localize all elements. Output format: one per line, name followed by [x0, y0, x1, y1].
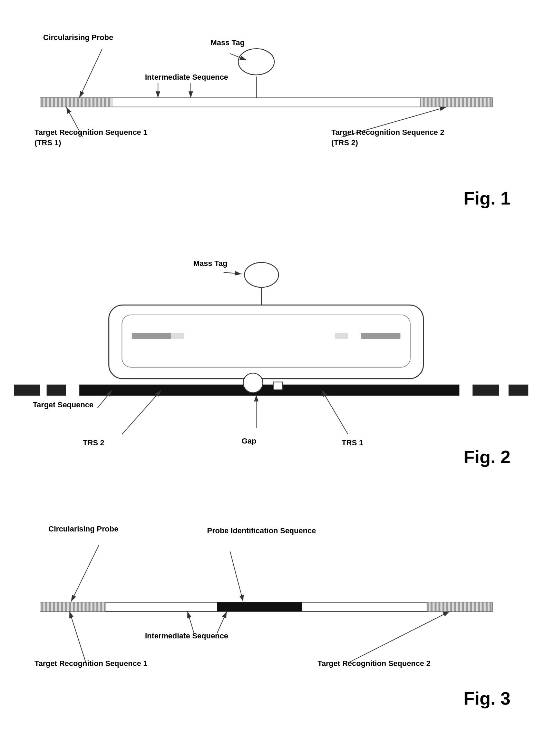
- fig3-label: Fig. 3: [464, 687, 510, 710]
- svg-line-48: [187, 611, 194, 634]
- fig2-gap-label: Gap: [242, 436, 256, 446]
- svg-point-10: [238, 49, 274, 75]
- svg-point-32: [243, 373, 263, 393]
- fig1-circularising-probe-label: Circularising Probe: [43, 33, 113, 43]
- svg-line-35: [97, 390, 112, 408]
- svg-line-34: [224, 272, 242, 274]
- svg-rect-1: [40, 98, 112, 107]
- figure-1: Circularising Probe Mass Tag Intermediat…: [14, 14, 531, 228]
- fig1-mass-tag-label: Mass Tag: [211, 38, 245, 48]
- svg-line-51: [348, 611, 449, 663]
- fig2-trs1-label: TRS 1: [342, 438, 363, 448]
- fig2-target-seq-label: Target Sequence: [33, 400, 94, 410]
- svg-rect-2: [420, 98, 492, 107]
- fig2-trs2-label: TRS 2: [83, 438, 104, 448]
- svg-line-11: [79, 49, 102, 98]
- svg-rect-42: [40, 602, 492, 611]
- fig3-probe-id-seq-label: Probe Identification Sequence: [207, 526, 316, 536]
- fig1-intermediate-seq-label: Intermediate Sequence: [145, 72, 228, 82]
- svg-rect-28: [361, 333, 400, 339]
- svg-rect-23: [508, 385, 528, 396]
- page: Circularising Probe Mass Tag Intermediat…: [0, 0, 545, 756]
- fig1-trs2-abbr-label: (TRS 2): [331, 138, 358, 148]
- fig1-trs1-full-label: Target Recognition Sequence 1: [35, 128, 147, 138]
- fig3-circularising-probe-label: Circularising Probe: [48, 524, 118, 534]
- svg-line-36: [122, 390, 161, 434]
- svg-line-12: [230, 53, 246, 60]
- svg-rect-44: [217, 602, 302, 611]
- svg-rect-43: [40, 602, 106, 611]
- svg-line-50: [69, 611, 86, 663]
- fig3-intermediate-seq-label: Intermediate Sequence: [145, 631, 228, 641]
- fig2-label: Fig. 2: [464, 446, 510, 469]
- svg-point-31: [244, 262, 279, 287]
- svg-rect-19: [14, 385, 40, 396]
- svg-rect-33: [273, 382, 283, 390]
- svg-line-47: [230, 551, 243, 601]
- fig3-trs1-full-label: Target Recognition Sequence 1: [35, 659, 147, 669]
- figure-2: Mass Tag Target Sequence TRS 2 Gap TRS 1…: [14, 248, 531, 483]
- svg-line-46: [71, 545, 99, 601]
- fig1-label: Fig. 1: [464, 187, 510, 210]
- svg-line-38: [322, 390, 348, 434]
- svg-rect-0: [40, 98, 492, 107]
- fig3-trs2-full-label: Target Recognition Sequence 2: [318, 659, 430, 669]
- svg-rect-22: [473, 385, 499, 396]
- fig2-mass-tag-label: Mass Tag: [193, 259, 227, 269]
- svg-rect-24: [109, 305, 423, 379]
- svg-rect-21: [79, 385, 459, 396]
- svg-rect-20: [47, 385, 66, 396]
- fig1-trs2-full-label: Target Recognition Sequence 2: [331, 128, 444, 138]
- fig1-trs1-abbr-label: (TRS 1): [35, 138, 61, 148]
- svg-rect-26: [132, 333, 171, 339]
- figure-3: Circularising Probe Probe Identification…: [14, 504, 531, 717]
- svg-rect-29: [335, 333, 348, 339]
- svg-rect-45: [427, 602, 492, 611]
- svg-rect-25: [122, 315, 410, 367]
- svg-line-49: [217, 611, 227, 634]
- svg-rect-27: [171, 333, 184, 339]
